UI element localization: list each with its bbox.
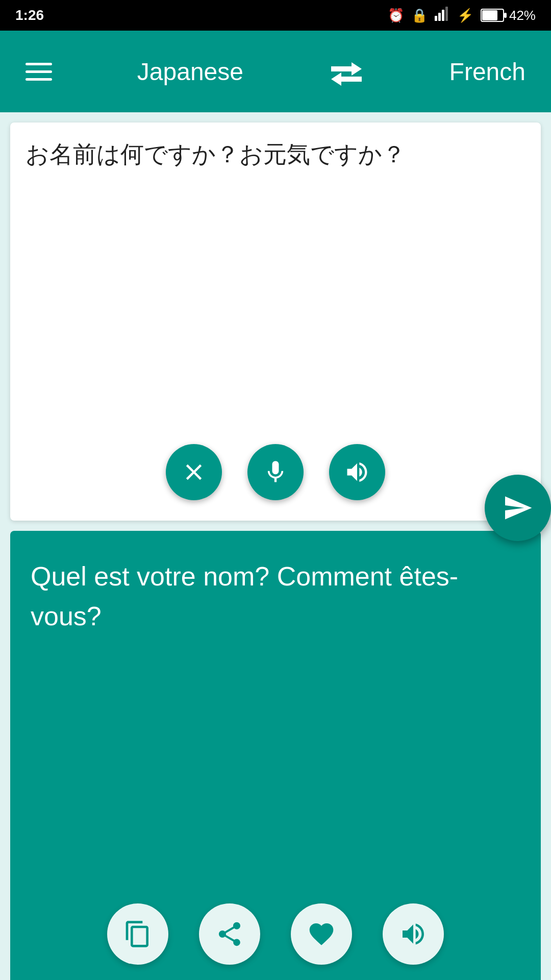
- send-icon: [503, 493, 533, 523]
- charging-icon: ⚡: [457, 8, 473, 23]
- share-icon: [215, 920, 244, 948]
- signal-icon: [435, 7, 450, 24]
- app-header: Japanese French: [0, 31, 551, 112]
- output-controls: [107, 903, 444, 965]
- speaker-icon: [344, 459, 370, 485]
- target-language[interactable]: French: [449, 58, 525, 86]
- svg-rect-5: [504, 13, 507, 18]
- status-icons: ⏰ 🔒 ⚡ 42%: [388, 7, 536, 24]
- send-button[interactable]: [485, 475, 551, 541]
- status-time: 1:26: [15, 7, 44, 23]
- input-section: お名前は何ですか？お元気ですか？: [10, 122, 541, 521]
- source-language[interactable]: Japanese: [137, 58, 243, 86]
- menu-button[interactable]: [26, 63, 52, 81]
- battery-percent: 42%: [509, 8, 536, 23]
- heart-icon: [307, 920, 336, 948]
- svg-rect-0: [435, 16, 437, 21]
- volume-icon: [399, 920, 428, 948]
- favorite-button[interactable]: [291, 903, 352, 965]
- x-icon: [181, 459, 207, 485]
- status-bar: 1:26 ⏰ 🔒 ⚡ 42%: [0, 0, 551, 31]
- input-controls: [166, 444, 385, 500]
- menu-line-2: [26, 70, 52, 73]
- mic-icon: [262, 459, 289, 485]
- svg-rect-6: [482, 10, 497, 20]
- input-wrapper: お名前は何ですか？お元気ですか？: [26, 138, 525, 403]
- audio-output-button[interactable]: [383, 903, 444, 965]
- source-text-input[interactable]: お名前は何ですか？お元気ですか？: [26, 138, 525, 401]
- svg-rect-1: [438, 13, 441, 21]
- microphone-button[interactable]: [247, 444, 304, 500]
- sim-icon: 🔒: [411, 8, 428, 23]
- copy-button[interactable]: [107, 903, 168, 965]
- menu-line-1: [26, 63, 52, 65]
- svg-rect-2: [442, 10, 444, 21]
- share-button[interactable]: [199, 903, 260, 965]
- swap-languages-button[interactable]: [329, 56, 364, 87]
- alarm-icon: ⏰: [388, 8, 404, 23]
- svg-rect-3: [445, 7, 448, 21]
- output-section: Quel est votre nom? Comment êtes-vous?: [10, 531, 541, 980]
- translated-text: Quel est votre nom? Comment êtes-vous?: [31, 556, 520, 636]
- battery-status: 42%: [481, 8, 536, 23]
- speaker-button[interactable]: [329, 444, 385, 500]
- menu-line-3: [26, 78, 52, 81]
- copy-icon: [123, 920, 152, 948]
- clear-button[interactable]: [166, 444, 222, 500]
